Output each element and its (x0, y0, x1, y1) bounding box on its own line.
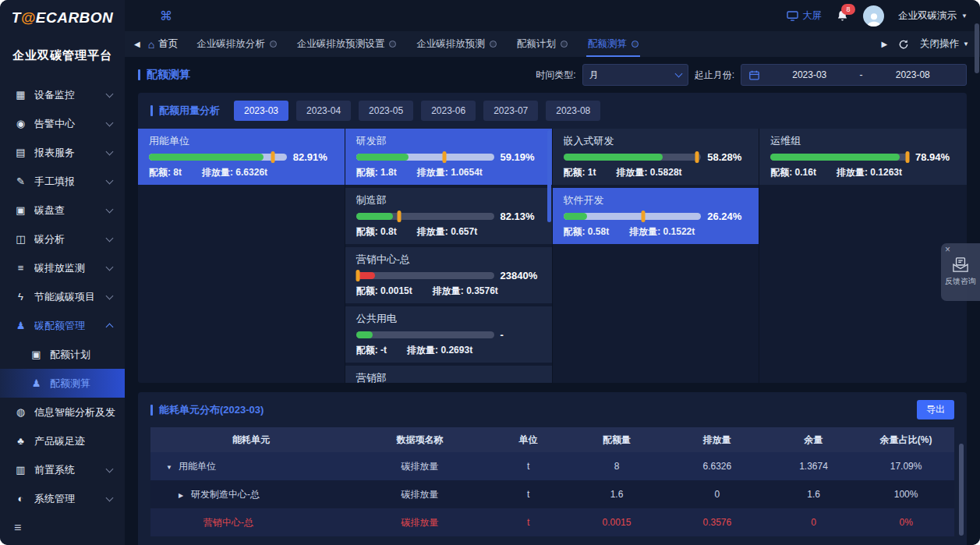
tab-quota-calculation[interactable]: 配额测算 (588, 31, 639, 57)
row-expand-icon[interactable]: ▼ (166, 464, 174, 471)
usage-card[interactable]: 营销部 110.27% (345, 366, 552, 383)
distribution-title: 能耗单元分布(2023-03) (150, 403, 264, 417)
sidebar-item-front-system[interactable]: ▥ 前置系统 (0, 455, 125, 484)
emission-stat: 排放量: 1.0654t (417, 167, 483, 178)
column-header: 余量占比(%) (858, 427, 954, 452)
page-scrollbar[interactable] (975, 23, 979, 73)
tab-home[interactable]: ⌂ 首页 (148, 37, 178, 51)
card-title: 运维组 (770, 135, 956, 147)
sidebar-item-system-management[interactable]: ◐ 系统管理 (0, 484, 125, 511)
energy-saving-icon: ϟ (14, 291, 27, 303)
usage-card[interactable]: 运维组 78.94% 配额: 0.16t 排放量: 0.1263t (759, 129, 967, 185)
sidebar-nav: ▦ 设备监控 ◉ 告警中心 ▤ 报表服务 ✎ 手工填报 ▣ 碳盘查 ◫ 碳分析 … (0, 80, 125, 511)
export-button[interactable]: 导出 (917, 400, 954, 419)
bar-fill (564, 154, 663, 161)
tab-close-icon[interactable] (270, 41, 277, 48)
quota-plan-icon: ▣ (30, 349, 43, 360)
usage-card[interactable]: 公共用电 - 配额: -t 排放量: 0.2693t (345, 306, 552, 363)
sidebar-item-info-analysis-publish[interactable]: ◍ 信息智能分析及发布 (0, 398, 125, 426)
quota-stat: 配额: 8t (149, 167, 182, 178)
sidebar-item-energy-saving-project[interactable]: ϟ 节能减碳项目 (0, 282, 125, 311)
refresh-icon[interactable] (898, 39, 909, 50)
tabs-scroll-right-icon[interactable]: ▶ (881, 40, 887, 48)
usage-percent: 82.91% (293, 151, 334, 163)
bar-fill (770, 154, 899, 161)
usage-card[interactable]: 制造部 82.13% 配额: 0.8t 排放量: 0.657t (345, 188, 552, 244)
emission-stat: 排放量: 0.2693t (407, 345, 472, 356)
sidebar-item-alert-center[interactable]: ◉ 告警中心 (0, 109, 125, 138)
tab-emission-analysis[interactable]: 企业碳排放分析 (196, 31, 277, 57)
month-tab-2023-06[interactable]: 2023-06 (421, 101, 476, 121)
sidebar-collapse-button[interactable]: ≡ (0, 511, 125, 545)
usage-card[interactable]: 研发部 59.19% 配额: 1.8t 排放量: 1.0654t (345, 129, 552, 185)
sidebar-item-carbon-analysis[interactable]: ◫ 碳分析 (0, 225, 125, 253)
tab-close-icon[interactable] (490, 41, 497, 48)
usage-card[interactable]: 营销中心-总 23840% 配额: 0.0015t 排放量: 0.3576t (345, 247, 552, 303)
sidebar-item-quota-plan[interactable]: ▣ 配额计划 (0, 340, 125, 369)
avatar[interactable] (863, 5, 884, 27)
row-expand-icon[interactable]: ▶ (179, 492, 186, 499)
topbar: ⌘ 大屏 8 企业双碳演示 ▼ (125, 0, 980, 31)
logo-text: T (12, 9, 21, 27)
emission-stat: 排放量: 0.657t (417, 226, 477, 237)
sidebar-item-carbon-inventory[interactable]: ▣ 碳盘查 (0, 196, 125, 225)
usage-card[interactable]: 软件开发 26.24% 配额: 0.58t 排放量: 0.1522t (553, 188, 759, 244)
close-operations-menu[interactable]: 关闭操作 ▼ (920, 37, 969, 51)
sidebar-item-carbon-quota-management[interactable]: ♟ 碳配额管理 (0, 311, 125, 340)
sidebar-item-quota-calculation[interactable]: ♟ 配额测算 (0, 369, 125, 398)
month-tab-2023-08[interactable]: 2023-08 (546, 101, 600, 121)
month-tab-2023-03[interactable]: 2023-03 (234, 101, 288, 121)
big-screen-button[interactable]: 大屏 (787, 9, 822, 23)
chevron-down-icon (106, 465, 114, 472)
chevron-down-icon (106, 147, 114, 155)
quota-stat: 配额: 0.0015t (356, 285, 412, 296)
month-tab-2023-04[interactable]: 2023-04 (296, 101, 351, 121)
usage-card[interactable]: 用能单位 82.91% 配额: 8t 排放量: 6.6326t (138, 129, 345, 185)
card-column-2: 研发部 59.19% 配额: 1.8t 排放量: 1.0654t 制造部 82.… (345, 129, 553, 383)
quota-usage-bar (356, 331, 494, 338)
distribution-table: 能耗单元数据项名称单位配额量排放量余量余量占比(%) ▼用能单位 碳排放量 t … (150, 427, 954, 536)
tab-emission-forecast-settings[interactable]: 企业碳排放预测设置 (297, 31, 397, 57)
sidebar-item-emission-monitor[interactable]: ≡ 碳排放监测 (0, 253, 125, 282)
table-row[interactable]: ▶研发制造中心-总 碳排放量 t 1.6 0 1.6 100% (150, 480, 954, 508)
column-header: 排放量 (665, 427, 769, 452)
month-tab-2023-05[interactable]: 2023-05 (359, 101, 413, 121)
chevron-down-icon (106, 119, 114, 126)
table-header-row: 能耗单元数据项名称单位配额量排放量余量余量占比(%) (150, 427, 954, 452)
sidebar-item-device-monitor[interactable]: ▦ 设备监控 (0, 80, 125, 109)
chevron-down-icon (106, 234, 114, 242)
tab-close-icon[interactable] (632, 41, 639, 48)
sidebar-item-product-carbon-footprint[interactable]: ♣ 产品碳足迹 (0, 426, 125, 455)
usage-percent: 82.13% (501, 211, 541, 222)
tab-close-icon[interactable] (389, 41, 396, 48)
notification-bell-icon[interactable]: 8 (836, 9, 849, 23)
app-window: T@ECARBON 企业双碳管理平台 ▦ 设备监控 ◉ 告警中心 ▤ 报表服务 … (0, 0, 980, 545)
emission-monitor-icon: ≡ (14, 262, 27, 274)
table-row[interactable]: ▼用能单位 碳排放量 t 8 6.6326 1.3674 17.09% (150, 452, 954, 480)
sidebar-item-report-service[interactable]: ▤ 报表服务 (0, 138, 125, 167)
month-range-picker[interactable]: 2023-03 - 2023-08 (741, 64, 967, 86)
tabs-scroll-left-icon[interactable]: ◀ (134, 40, 140, 48)
quota-management-icon: ♟ (14, 320, 27, 331)
quota-stat: 配额: 0.16t (770, 167, 816, 178)
tab-quota-plan[interactable]: 配额计划 (517, 31, 568, 57)
table-row[interactable]: 营销中心-总 碳排放量 t 0.0015 0.3576 0 0% (150, 508, 954, 536)
tab-emission-forecast[interactable]: 企业碳排放预测 (416, 31, 497, 57)
cards-column-scrollbar[interactable] (547, 130, 551, 222)
hamburger-icon: ≡ (14, 521, 21, 535)
month-tab-2023-07[interactable]: 2023-07 (483, 101, 538, 121)
time-type-select[interactable]: 月 (582, 64, 688, 86)
card-title: 研发部 (356, 135, 541, 147)
feedback-widget[interactable]: × 反馈咨询 (941, 243, 980, 301)
tab-close-icon[interactable] (561, 41, 568, 48)
alert-center-icon: ◉ (14, 118, 27, 129)
close-icon[interactable]: × (945, 244, 950, 255)
usage-card[interactable]: 嵌入式研发 58.28% 配额: 1t 排放量: 0.5828t (553, 129, 759, 185)
chevron-down-icon (106, 176, 114, 184)
table-scrollbar[interactable] (959, 444, 964, 536)
sidebar-item-manual-report[interactable]: ✎ 手工填报 (0, 167, 125, 196)
tenant-menu[interactable]: 企业双碳演示 ▼ (898, 9, 968, 23)
apps-grid-icon[interactable]: ⌘ (160, 9, 172, 23)
usage-cards-grid: 用能单位 82.91% 配额: 8t 排放量: 6.6326t 研发部 59.1… (138, 129, 967, 383)
column-header: 数据项名称 (352, 427, 488, 452)
